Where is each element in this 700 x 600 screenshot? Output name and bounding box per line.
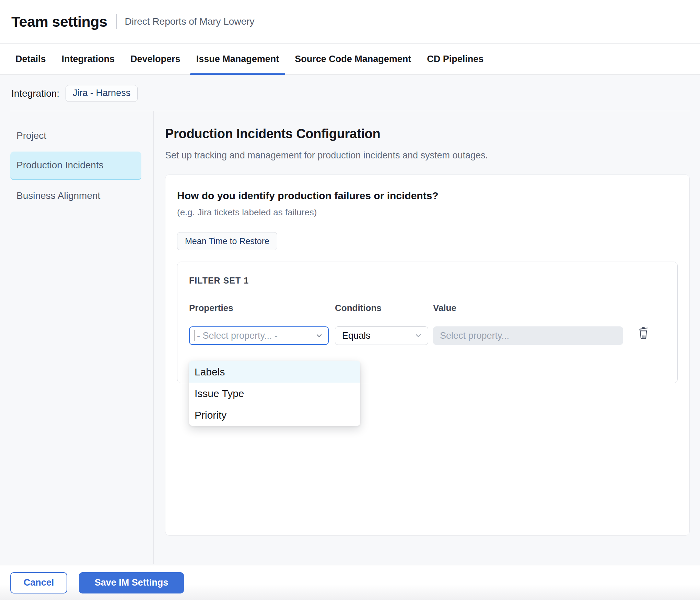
integration-row: Integration: Jira - Harness (0, 75, 700, 111)
section-subtitle: Set up tracking and management for produ… (165, 150, 690, 161)
tab-details[interactable]: Details (15, 44, 46, 75)
dropdown-option-labels[interactable]: Labels (189, 361, 360, 383)
title-divider (116, 14, 117, 29)
delete-filter-button[interactable] (638, 324, 649, 342)
property-select[interactable]: - Select property... - (189, 326, 329, 345)
integration-badge[interactable]: Jira - Harness (66, 85, 138, 102)
filter-row: Properties - Select property... - (189, 303, 666, 345)
property-dropdown-menu: Labels Issue Type Priority (189, 361, 360, 426)
dropdown-option-issue-type[interactable]: Issue Type (189, 383, 360, 404)
filter-set-panel: FILTER SET 1 Properties - Select propert… (177, 262, 678, 383)
property-select-placeholder: - Select property... - (197, 331, 278, 341)
page-subtitle: Direct Reports of Mary Lowery (125, 16, 254, 27)
save-im-settings-button[interactable]: Save IM Settings (79, 572, 184, 593)
properties-column-label: Properties (189, 303, 329, 313)
config-hint: (e.g. Jira tickets labeled as failures) (177, 207, 678, 218)
cancel-button[interactable]: Cancel (10, 572, 67, 593)
value-column-label: Value (433, 303, 623, 313)
conditions-column-label: Conditions (335, 303, 428, 313)
text-cursor (195, 330, 195, 341)
incidents-config-card: How do you identify production failures … (165, 175, 690, 536)
footer-actions: Cancel Save IM Settings (0, 565, 700, 600)
chevron-down-icon (414, 332, 422, 340)
tab-issue-management[interactable]: Issue Management (196, 44, 279, 75)
condition-select[interactable]: Equals (335, 326, 428, 345)
settings-sidebar: Project Production Incidents Business Al… (0, 111, 154, 564)
main-panel: Production Incidents Configuration Set u… (154, 111, 700, 564)
condition-select-value: Equals (342, 331, 371, 341)
integration-label: Integration: (11, 88, 59, 99)
page-header: Team settings Direct Reports of Mary Low… (0, 0, 700, 44)
section-title: Production Incidents Configuration (165, 127, 690, 141)
tab-integrations[interactable]: Integrations (62, 44, 115, 75)
filter-set-title: FILTER SET 1 (189, 276, 666, 286)
value-input[interactable] (433, 326, 623, 345)
tab-cd-pipelines[interactable]: CD Pipelines (427, 44, 483, 75)
config-question: How do you identify production failures … (177, 190, 678, 202)
sidebar-item-business-alignment[interactable]: Business Alignment (10, 182, 141, 209)
sidebar-item-production-incidents[interactable]: Production Incidents (10, 152, 141, 180)
dropdown-option-priority[interactable]: Priority (189, 404, 360, 426)
metric-tab-mean-time-to-restore[interactable]: Mean Time to Restore (177, 232, 277, 250)
trash-icon (638, 326, 649, 339)
sidebar-item-project[interactable]: Project (10, 122, 141, 149)
tab-developers[interactable]: Developers (130, 44, 180, 75)
settings-tabbar: Details Integrations Developers Issue Ma… (0, 44, 700, 75)
chevron-down-icon (315, 332, 323, 340)
page-title: Team settings (11, 13, 107, 30)
content-area: Integration: Jira - Harness Project Prod… (0, 75, 700, 565)
team-settings-page: Team settings Direct Reports of Mary Low… (0, 0, 700, 600)
tab-source-code-management[interactable]: Source Code Management (295, 44, 411, 75)
